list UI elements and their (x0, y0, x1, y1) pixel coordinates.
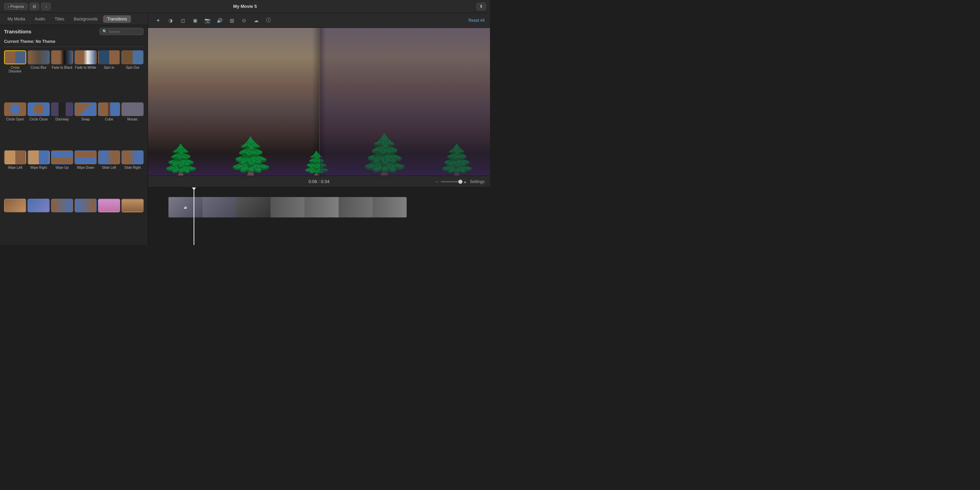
transition-thumb-wipe-left (4, 150, 26, 164)
volume-slider[interactable] (441, 181, 461, 182)
info-button[interactable]: ⓘ (264, 16, 273, 25)
transition-item-partial5[interactable] (98, 199, 120, 242)
transition-thumb-partial4 (75, 199, 97, 213)
transition-item-partial4[interactable] (75, 199, 97, 242)
transition-item-circle-close[interactable]: Circle Close (27, 102, 50, 150)
magic-wand-button[interactable]: ✦ (153, 16, 163, 25)
transition-label-doorway: Doorway (56, 118, 69, 121)
transition-item-fade-to-black[interactable]: Fade to Black (51, 50, 73, 101)
magic-wand-icon: ✦ (156, 18, 160, 23)
share-button[interactable]: ⬆ (476, 3, 486, 10)
transition-label-circle-open: Circle Open (6, 118, 24, 121)
transition-item-fade-to-white[interactable]: Fade to White (75, 50, 97, 101)
transition-item-cross-blur[interactable]: Cross Blur (27, 50, 50, 101)
transition-item-circle-open[interactable]: Circle Open (4, 102, 26, 150)
crop-button[interactable]: ▣ (190, 16, 200, 25)
transition-thumb-partial6 (121, 199, 143, 213)
transition-item-mosaic[interactable]: Mosaic (121, 102, 143, 150)
panel-header: Transitions 🔍 (0, 25, 148, 38)
tab-titles[interactable]: Titles (51, 15, 68, 23)
search-input[interactable] (108, 30, 140, 34)
transition-label-slide-right: Slide Right (124, 166, 140, 169)
color-board-button[interactable]: ◫ (178, 16, 188, 25)
toolbar: ✦ ◑ ◫ ▣ 📷 🔊 ▥ (148, 13, 490, 28)
transition-item-partial1[interactable] (4, 199, 26, 242)
camera-button[interactable]: 📷 (202, 16, 212, 25)
settings-label[interactable]: Settings (470, 179, 485, 184)
volume-down-icon: — (435, 180, 439, 183)
toolbar-tools: ✦ ◑ ◫ ▣ 📷 🔊 ▥ (153, 16, 273, 25)
transition-thumb-fade-to-black (51, 50, 73, 64)
transition-thumb-mosaic (121, 102, 143, 116)
transition-thumb-cross-blur (27, 50, 50, 64)
reset-all-button[interactable]: Reset All (469, 18, 485, 23)
transition-item-partial2[interactable] (27, 199, 50, 242)
transition-label-circle-close: Circle Close (30, 118, 48, 121)
panel-title: Transitions (4, 29, 31, 34)
transition-item-partial3[interactable] (51, 199, 73, 242)
search-box[interactable]: 🔍 (99, 28, 143, 35)
transition-label-wipe-down: Wipe Down (77, 166, 94, 169)
cloud-icon: ☁ (254, 18, 259, 23)
transition-item-doorway[interactable]: Doorway (51, 102, 73, 150)
total-time: 0:34 (321, 179, 329, 184)
transition-item-cross-dissolve[interactable]: Cross Dissolve (4, 50, 26, 101)
search-icon: 🔍 (102, 29, 107, 34)
transition-item-cube[interactable]: Cube (98, 102, 120, 150)
eq-button[interactable]: ▥ (227, 16, 237, 25)
transition-label-cross-blur: Cross Blur (30, 66, 47, 69)
transition-label-spin-out: Spin Out (126, 66, 139, 69)
transition-item-spin-out[interactable]: Spin Out (121, 50, 143, 101)
crop-icon: ▣ (193, 18, 197, 23)
transition-thumb-swap (75, 102, 97, 116)
cloud-button[interactable]: ☁ (251, 16, 261, 25)
transition-item-wipe-left[interactable]: Wipe Left (4, 150, 26, 197)
transition-label-wipe-left: Wipe Left (8, 166, 22, 169)
preview-image: 🌲 🌲 🌲 🌲 🌲 (148, 28, 490, 176)
grid-icon: ⊟ (33, 4, 36, 9)
transition-item-wipe-right[interactable]: Wipe Right (27, 150, 50, 197)
transition-item-wipe-down[interactable]: Wipe Down (75, 150, 97, 197)
transition-label-slide-left: Slide Left (102, 166, 116, 169)
chevron-left-icon: ‹ (8, 5, 9, 8)
nav-tabs: My Media Audio Titles Backgrounds Transi… (0, 13, 148, 25)
transition-thumb-circle-open (4, 102, 26, 116)
view-toggle-button[interactable]: ⊟ (30, 3, 39, 10)
projects-back-button[interactable]: ‹ Projects (4, 3, 27, 10)
download-button[interactable]: ↓ (41, 3, 51, 10)
left-panel: My Media Audio Titles Backgrounds Transi… (0, 13, 148, 245)
projects-label: Projects (11, 5, 24, 8)
transition-item-spin-in[interactable]: Spin In (98, 50, 120, 101)
transition-thumb-fade-to-white (75, 50, 97, 64)
volume-button[interactable]: 🔊 (215, 16, 224, 25)
stabilize-button[interactable]: ⊙ (239, 16, 249, 25)
transition-item-slide-left[interactable]: Slide Left (98, 150, 120, 197)
timeline-playhead (194, 188, 194, 245)
color-board-icon: ◫ (181, 18, 185, 23)
transition-thumb-cross-dissolve (4, 50, 26, 64)
timeline-clip[interactable]: ☕ (169, 197, 407, 218)
transition-label-spin-in: Spin In (104, 66, 115, 69)
transition-item-wipe-up[interactable]: Wipe Up (51, 150, 73, 197)
transition-thumb-partial2 (27, 199, 50, 213)
speaker-icon: ▲ (463, 179, 467, 184)
transition-thumb-partial3 (51, 199, 73, 213)
transition-label-mosaic: Mosaic (127, 118, 138, 121)
titlebar-right: ⬆ (476, 3, 486, 10)
transition-item-swap[interactable]: Swap (75, 102, 97, 150)
transition-label-swap: Swap (81, 118, 90, 121)
color-wheel-icon: ◑ (169, 18, 172, 23)
tab-audio[interactable]: Audio (30, 15, 49, 23)
time-separator: / (318, 179, 321, 184)
tab-transitions[interactable]: Transitions (103, 15, 131, 23)
transition-label-wipe-right: Wipe Right (30, 166, 47, 169)
color-wheel-button[interactable]: ◑ (166, 16, 175, 25)
transition-item-slide-right[interactable]: Slide Right (121, 150, 143, 197)
preview-area: 🌲 🌲 🌲 🌲 🌲 (148, 28, 490, 176)
tab-my-media[interactable]: My Media (3, 15, 29, 23)
transition-item-partial6[interactable] (121, 199, 143, 242)
tab-backgrounds[interactable]: Backgrounds (70, 15, 102, 23)
volume-area: — ▲ (435, 179, 467, 184)
transition-thumb-partial1 (4, 199, 26, 213)
titlebar-left: ‹ Projects ⊟ ↓ (4, 3, 51, 10)
